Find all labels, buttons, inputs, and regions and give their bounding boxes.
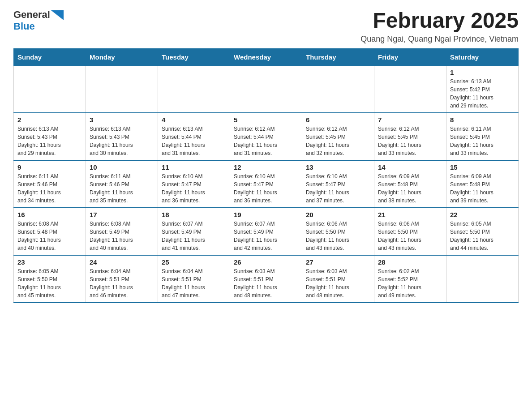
day-number: 1 xyxy=(450,68,515,76)
day-info: Sunrise: 6:04 AM Sunset: 5:51 PM Dayligh… xyxy=(162,267,226,300)
day-info: Sunrise: 6:12 AM Sunset: 5:45 PM Dayligh… xyxy=(306,125,370,157)
day-info: Sunrise: 6:08 AM Sunset: 5:48 PM Dayligh… xyxy=(17,220,82,252)
day-number: 25 xyxy=(162,258,226,266)
calendar-cell: 3Sunrise: 6:13 AM Sunset: 5:43 PM Daylig… xyxy=(86,113,158,160)
weekday-header-saturday: Saturday xyxy=(446,48,519,65)
calendar-cell xyxy=(230,65,302,113)
day-number: 19 xyxy=(234,211,298,218)
day-number: 3 xyxy=(90,116,154,124)
calendar-cell: 5Sunrise: 6:12 AM Sunset: 5:44 PM Daylig… xyxy=(230,113,302,160)
day-info: Sunrise: 6:13 AM Sunset: 5:42 PM Dayligh… xyxy=(450,77,515,110)
calendar-cell xyxy=(158,65,230,113)
calendar-cell: 15Sunrise: 6:09 AM Sunset: 5:48 PM Dayli… xyxy=(446,160,519,208)
day-info: Sunrise: 6:03 AM Sunset: 5:51 PM Dayligh… xyxy=(306,267,370,300)
calendar-cell xyxy=(302,65,374,113)
calendar-cell: 9Sunrise: 6:11 AM Sunset: 5:46 PM Daylig… xyxy=(14,160,86,208)
day-info: Sunrise: 6:06 AM Sunset: 5:50 PM Dayligh… xyxy=(306,220,370,252)
weekday-header-row: SundayMondayTuesdayWednesdayThursdayFrid… xyxy=(14,48,519,65)
title-section: February 2025 Quang Ngai, Quang Ngai Pro… xyxy=(360,9,519,44)
day-number: 8 xyxy=(450,116,515,124)
calendar-cell xyxy=(14,65,86,113)
weekday-header-sunday: Sunday xyxy=(14,48,86,65)
calendar-row-2: 9Sunrise: 6:11 AM Sunset: 5:46 PM Daylig… xyxy=(14,160,519,208)
calendar-cell: 16Sunrise: 6:08 AM Sunset: 5:48 PM Dayli… xyxy=(14,208,86,255)
calendar-cell: 21Sunrise: 6:06 AM Sunset: 5:50 PM Dayli… xyxy=(374,208,446,255)
day-number: 5 xyxy=(234,116,298,124)
calendar-cell: 10Sunrise: 6:11 AM Sunset: 5:46 PM Dayli… xyxy=(86,160,158,208)
svg-marker-0 xyxy=(51,10,64,20)
location-subtitle: Quang Ngai, Quang Ngai Province, Vietnam xyxy=(360,34,519,44)
day-info: Sunrise: 6:09 AM Sunset: 5:48 PM Dayligh… xyxy=(450,172,515,205)
weekday-header-thursday: Thursday xyxy=(302,48,374,65)
day-number: 27 xyxy=(306,258,370,266)
logo-triangle-icon xyxy=(51,10,64,20)
calendar-cell: 7Sunrise: 6:12 AM Sunset: 5:45 PM Daylig… xyxy=(374,113,446,160)
day-number: 15 xyxy=(450,163,515,171)
calendar-cell: 8Sunrise: 6:11 AM Sunset: 5:45 PM Daylig… xyxy=(446,113,519,160)
day-number: 9 xyxy=(17,163,82,171)
day-info: Sunrise: 6:13 AM Sunset: 5:44 PM Dayligh… xyxy=(162,125,226,157)
logo: General Blue xyxy=(13,9,64,32)
calendar-cell: 17Sunrise: 6:08 AM Sunset: 5:49 PM Dayli… xyxy=(86,208,158,255)
calendar-cell: 26Sunrise: 6:03 AM Sunset: 5:51 PM Dayli… xyxy=(230,255,302,303)
calendar-cell: 6Sunrise: 6:12 AM Sunset: 5:45 PM Daylig… xyxy=(302,113,374,160)
calendar-row-0: 1Sunrise: 6:13 AM Sunset: 5:42 PM Daylig… xyxy=(14,65,519,113)
day-info: Sunrise: 6:13 AM Sunset: 5:43 PM Dayligh… xyxy=(17,125,82,157)
day-info: Sunrise: 6:04 AM Sunset: 5:51 PM Dayligh… xyxy=(90,267,154,300)
calendar-cell: 23Sunrise: 6:05 AM Sunset: 5:50 PM Dayli… xyxy=(14,255,86,303)
day-number: 26 xyxy=(234,258,298,266)
calendar-cell xyxy=(374,65,446,113)
calendar-cell: 24Sunrise: 6:04 AM Sunset: 5:51 PM Dayli… xyxy=(86,255,158,303)
day-info: Sunrise: 6:10 AM Sunset: 5:47 PM Dayligh… xyxy=(162,172,226,205)
day-info: Sunrise: 6:11 AM Sunset: 5:45 PM Dayligh… xyxy=(450,125,515,157)
calendar-cell: 13Sunrise: 6:10 AM Sunset: 5:47 PM Dayli… xyxy=(302,160,374,208)
calendar-table: SundayMondayTuesdayWednesdayThursdayFrid… xyxy=(13,48,519,303)
day-info: Sunrise: 6:06 AM Sunset: 5:50 PM Dayligh… xyxy=(378,220,442,252)
day-info: Sunrise: 6:10 AM Sunset: 5:47 PM Dayligh… xyxy=(234,172,298,205)
day-number: 17 xyxy=(90,211,154,218)
day-number: 28 xyxy=(378,258,442,266)
day-number: 13 xyxy=(306,163,370,171)
calendar-cell: 20Sunrise: 6:06 AM Sunset: 5:50 PM Dayli… xyxy=(302,208,374,255)
day-number: 2 xyxy=(17,116,82,124)
weekday-header-monday: Monday xyxy=(86,48,158,65)
calendar-cell: 11Sunrise: 6:10 AM Sunset: 5:47 PM Dayli… xyxy=(158,160,230,208)
calendar-cell xyxy=(446,255,519,303)
calendar-cell: 14Sunrise: 6:09 AM Sunset: 5:48 PM Dayli… xyxy=(374,160,446,208)
weekday-header-tuesday: Tuesday xyxy=(158,48,230,65)
day-number: 12 xyxy=(234,163,298,171)
calendar-row-3: 16Sunrise: 6:08 AM Sunset: 5:48 PM Dayli… xyxy=(14,208,519,255)
day-info: Sunrise: 6:07 AM Sunset: 5:49 PM Dayligh… xyxy=(162,220,226,252)
day-number: 20 xyxy=(306,211,370,218)
day-number: 21 xyxy=(378,211,442,218)
day-info: Sunrise: 6:05 AM Sunset: 5:50 PM Dayligh… xyxy=(450,220,515,252)
calendar-cell: 12Sunrise: 6:10 AM Sunset: 5:47 PM Dayli… xyxy=(230,160,302,208)
day-number: 11 xyxy=(162,163,226,171)
day-info: Sunrise: 6:08 AM Sunset: 5:49 PM Dayligh… xyxy=(90,220,154,252)
day-number: 22 xyxy=(450,211,515,218)
weekday-header-friday: Friday xyxy=(374,48,446,65)
calendar-row-1: 2Sunrise: 6:13 AM Sunset: 5:43 PM Daylig… xyxy=(14,113,519,160)
page-header: General Blue February 2025 Quang Ngai, Q… xyxy=(13,9,519,44)
calendar-cell: 28Sunrise: 6:02 AM Sunset: 5:52 PM Dayli… xyxy=(374,255,446,303)
day-info: Sunrise: 6:07 AM Sunset: 5:49 PM Dayligh… xyxy=(234,220,298,252)
calendar-cell: 2Sunrise: 6:13 AM Sunset: 5:43 PM Daylig… xyxy=(14,113,86,160)
weekday-header-wednesday: Wednesday xyxy=(230,48,302,65)
day-info: Sunrise: 6:12 AM Sunset: 5:44 PM Dayligh… xyxy=(234,125,298,157)
logo-general-text: General xyxy=(13,9,50,21)
day-info: Sunrise: 6:12 AM Sunset: 5:45 PM Dayligh… xyxy=(378,125,442,157)
day-number: 4 xyxy=(162,116,226,124)
day-info: Sunrise: 6:13 AM Sunset: 5:43 PM Dayligh… xyxy=(90,125,154,157)
day-info: Sunrise: 6:09 AM Sunset: 5:48 PM Dayligh… xyxy=(378,172,442,205)
day-info: Sunrise: 6:11 AM Sunset: 5:46 PM Dayligh… xyxy=(90,172,154,205)
logo-blue-text: Blue xyxy=(13,21,35,32)
day-info: Sunrise: 6:10 AM Sunset: 5:47 PM Dayligh… xyxy=(306,172,370,205)
calendar-cell: 27Sunrise: 6:03 AM Sunset: 5:51 PM Dayli… xyxy=(302,255,374,303)
calendar-cell: 25Sunrise: 6:04 AM Sunset: 5:51 PM Dayli… xyxy=(158,255,230,303)
calendar-row-4: 23Sunrise: 6:05 AM Sunset: 5:50 PM Dayli… xyxy=(14,255,519,303)
calendar-cell: 4Sunrise: 6:13 AM Sunset: 5:44 PM Daylig… xyxy=(158,113,230,160)
calendar-cell: 1Sunrise: 6:13 AM Sunset: 5:42 PM Daylig… xyxy=(446,65,519,113)
day-number: 7 xyxy=(378,116,442,124)
day-number: 6 xyxy=(306,116,370,124)
calendar-cell xyxy=(86,65,158,113)
